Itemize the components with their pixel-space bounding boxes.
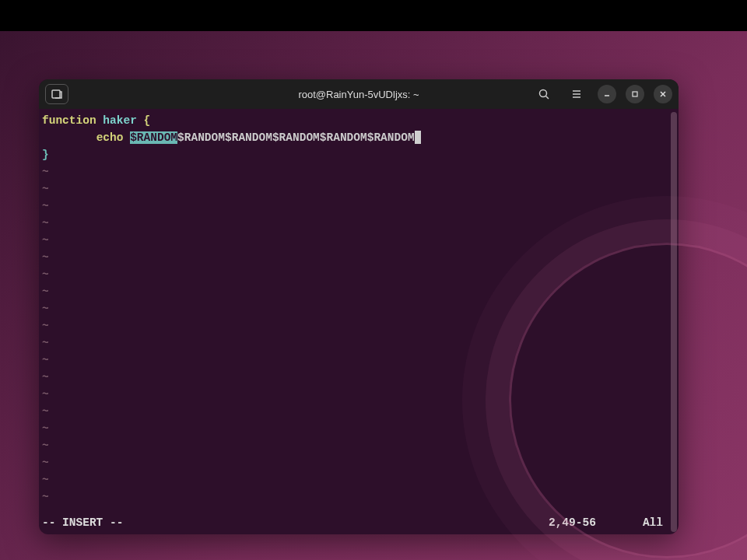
empty-line: ~ <box>42 334 675 352</box>
empty-line: ~ <box>42 215 675 232</box>
code-line-1: function haker { <box>42 112 675 129</box>
svg-rect-0 <box>52 90 60 98</box>
new-tab-button[interactable] <box>45 84 68 104</box>
brace-close: } <box>42 149 49 161</box>
empty-line: ~ <box>42 180 675 198</box>
minimize-button[interactable] <box>598 85 616 103</box>
vim-mode: -- INSERT -- <box>42 514 123 531</box>
search-icon <box>538 88 550 100</box>
maximize-button[interactable] <box>626 85 644 103</box>
empty-line: ~ <box>42 386 675 403</box>
empty-line: ~ <box>42 488 675 506</box>
empty-line: ~ <box>42 232 675 249</box>
empty-line: ~ <box>42 369 675 386</box>
desktop-top-bar <box>0 0 747 31</box>
new-tab-icon <box>51 88 63 100</box>
empty-line: ~ <box>42 249 675 266</box>
minimize-icon <box>603 90 611 98</box>
empty-line: ~ <box>42 163 675 180</box>
hamburger-icon <box>570 88 583 100</box>
code-line-2: echo $RANDOM$RANDOM$RANDOM$RANDOM$RANDOM… <box>42 129 675 146</box>
code-line-3: } <box>42 146 675 163</box>
empty-line: ~ <box>42 420 675 437</box>
empty-line: ~ <box>42 198 675 215</box>
scrollbar[interactable] <box>671 112 677 532</box>
function-name: haker <box>96 114 144 127</box>
desktop-background: root@RainYun-5vUDljxs: ~ <box>0 31 747 560</box>
vim-status-line: -- INSERT -- 2,49-56 All <box>42 514 675 531</box>
empty-line: ~ <box>42 283 675 300</box>
empty-line: ~ <box>42 437 675 454</box>
empty-line: ~ <box>42 352 675 369</box>
keyword-function: function <box>42 114 96 127</box>
svg-point-1 <box>540 90 547 97</box>
terminal-content[interactable]: function haker { echo $RANDOM$RANDOM$RAN… <box>39 109 679 534</box>
random-rest: $RANDOM$RANDOM$RANDOM$RANDOM$RANDOM <box>177 131 415 144</box>
empty-line: ~ <box>42 454 675 471</box>
search-button[interactable] <box>532 84 556 104</box>
svg-rect-7 <box>633 92 637 96</box>
vim-scroll: All <box>643 514 663 531</box>
empty-line: ~ <box>42 266 675 283</box>
close-button[interactable] <box>654 85 672 103</box>
vim-position: 2,49-56 <box>549 514 596 531</box>
indent <box>42 131 96 144</box>
close-icon <box>659 90 667 98</box>
echo-command: echo <box>96 131 131 144</box>
terminal-window: root@RainYun-5vUDljxs: ~ <box>39 79 679 534</box>
empty-line: ~ <box>42 471 675 488</box>
random-highlighted: $RANDOM <box>130 131 177 144</box>
svg-line-2 <box>546 96 549 100</box>
titlebar: root@RainYun-5vUDljxs: ~ <box>39 79 679 109</box>
empty-line: ~ <box>42 403 675 420</box>
window-title: root@RainYun-5vUDljxs: ~ <box>298 89 419 100</box>
maximize-icon <box>631 90 639 98</box>
menu-button[interactable] <box>565 84 588 104</box>
brace-open: { <box>144 114 151 127</box>
empty-line: ~ <box>42 300 675 317</box>
empty-line: ~ <box>42 317 675 334</box>
cursor <box>415 131 421 144</box>
